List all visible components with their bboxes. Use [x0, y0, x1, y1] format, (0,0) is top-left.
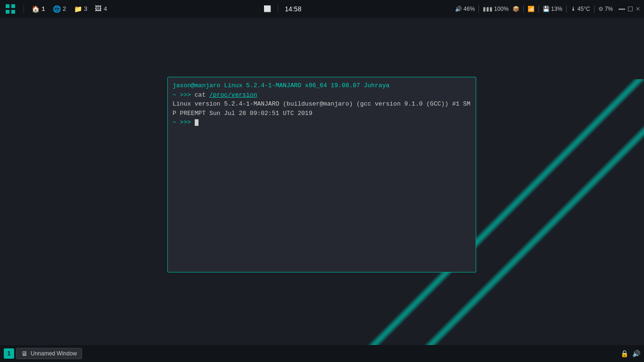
workspace-3-icon: 📁 [74, 5, 82, 13]
network-icon: 📦 [512, 6, 520, 12]
workspace-4[interactable]: 🖼 4 [92, 4, 110, 14]
sep-temp [594, 5, 594, 13]
terminal-line-1: jason@manjaro Linux 5.2.4-1-MANJARO x86_… [173, 81, 471, 90]
memory-icon: 💾 [543, 6, 550, 12]
terminal-cursor [195, 119, 198, 126]
battery-icon: ▮▮▮ [483, 6, 493, 12]
workspace-4-label: 4 [103, 6, 107, 13]
network-indicator[interactable]: 📦 [512, 6, 520, 12]
memory-value: 13% [551, 6, 562, 12]
terminal-cmd-1: cat [191, 91, 209, 99]
svg-rect-2 [6, 10, 9, 14]
workspace-2-label: 2 [63, 6, 66, 13]
workspace-2-icon: 🌐 [53, 5, 61, 13]
battery-indicator[interactable]: ▮▮▮ 100% [483, 6, 509, 12]
separator-2 [278, 4, 278, 14]
desktop: 🏠 1 🌐 2 📁 3 🖼 4 ⬜ 14:58 🔊 46% [0, 0, 644, 362]
minimize-button[interactable] [619, 8, 625, 10]
terminal-prompt-2: ~ >>> [173, 119, 191, 126]
workspace-3-label: 3 [84, 6, 88, 13]
bottom-right-icons: 🔒 🔊 [620, 350, 640, 358]
workspace-1-label: 1 [41, 6, 45, 13]
terminal-line-3: Linux version 5.2.4-1-MANJARO (builduser… [173, 99, 471, 109]
window-icon: ⬜ [264, 5, 271, 13]
security-icon: 🔒 [620, 350, 628, 358]
wifi-indicator[interactable]: 📶 [528, 6, 535, 12]
volume-value: 46% [463, 6, 475, 12]
workspace-1-icon: 🏠 [32, 5, 40, 13]
sep-mem [566, 5, 567, 13]
svg-rect-0 [6, 4, 9, 8]
temp-icon: 🌡 [570, 6, 576, 12]
terminal-line-2: ~ >>> cat /proc/version [173, 90, 471, 100]
maximize-button[interactable] [628, 7, 633, 11]
sep-net [523, 5, 524, 13]
panel-center: ⬜ 14:58 [112, 4, 453, 14]
cpu-icon: ⚙ [598, 6, 603, 12]
system-tray: 🔊 46% ▮▮▮ 100% 📦 📶 💾 13% [455, 5, 640, 13]
workspace-2[interactable]: 🌐 2 [50, 4, 69, 14]
battery-value: 100% [494, 6, 509, 12]
terminal-window[interactable]: jason@manjaro Linux 5.2.4-1-MANJARO x86_… [167, 77, 476, 272]
taskbar-window-title: Unnamed Window [31, 350, 77, 357]
volume-icon: 🔊 [455, 6, 462, 12]
manjaro-logo[interactable] [4, 2, 17, 16]
terminal-link-1: /proc/version [209, 91, 257, 99]
sep-wifi [538, 5, 539, 13]
separator-1 [24, 4, 24, 14]
workspace-3[interactable]: 📁 3 [71, 4, 91, 14]
terminal-line-4: P PREEMPT Sun Jul 28 09:02:51 UTC 2019 [173, 109, 471, 118]
clock: 14:58 [285, 5, 301, 13]
temperature-indicator[interactable]: 🌡 45°C [570, 6, 590, 12]
workspace-1[interactable]: 🏠 1 [29, 4, 48, 14]
memory-indicator[interactable]: 💾 13% [543, 6, 562, 12]
cpu-value: 7% [605, 6, 613, 12]
sep-vol [479, 5, 479, 13]
temp-value: 45°C [578, 6, 590, 12]
terminal-content: jason@manjaro Linux 5.2.4-1-MANJARO x86_… [168, 77, 476, 272]
window-controls: ✕ [619, 6, 640, 12]
terminal-prompt-1: ~ >>> [173, 91, 191, 99]
taskbar-window-item[interactable]: 🖥 Unnamed Window [16, 348, 82, 359]
svg-rect-1 [11, 4, 15, 8]
taskbar-window-icon: 🖥 [21, 350, 28, 357]
terminal-line-5: ~ >>> [173, 118, 471, 127]
bottom-taskbar: 1 🖥 Unnamed Window 🔒 🔊 [0, 345, 644, 362]
svg-rect-3 [11, 10, 15, 14]
workspace-4-icon: 🖼 [95, 5, 101, 13]
cpu-indicator[interactable]: ⚙ 7% [598, 6, 613, 12]
volume-indicator[interactable]: 🔊 46% [455, 6, 475, 12]
taskbar-workspace-num[interactable]: 1 [4, 348, 14, 359]
sound-icon: 🔊 [632, 350, 640, 358]
close-button[interactable]: ✕ [636, 6, 640, 12]
wifi-icon: 📶 [528, 6, 535, 12]
top-panel: 🏠 1 🌐 2 📁 3 🖼 4 ⬜ 14:58 🔊 46% [0, 0, 644, 18]
